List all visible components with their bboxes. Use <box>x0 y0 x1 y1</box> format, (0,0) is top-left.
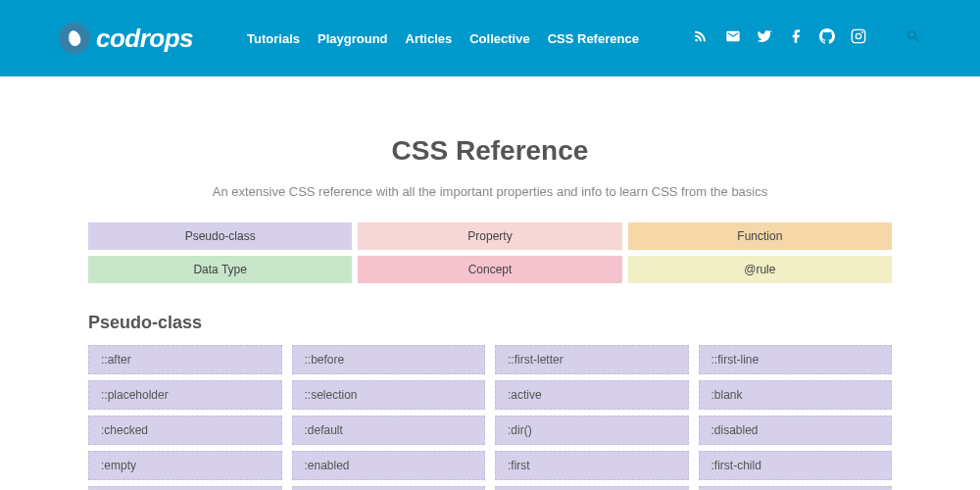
list-item[interactable]: :hover <box>699 486 893 490</box>
instagram-icon[interactable] <box>851 28 866 48</box>
header: codrops Tutorials Playground Articles Co… <box>0 0 980 76</box>
list-item[interactable]: :disabled <box>699 416 893 445</box>
page-title: CSS Reference <box>88 135 892 167</box>
nav-playground[interactable]: Playground <box>318 31 388 46</box>
category-concept[interactable]: Concept <box>358 256 621 283</box>
list-item[interactable]: :focus <box>292 486 486 490</box>
category-rule[interactable]: @rule <box>628 256 892 283</box>
logo[interactable]: codrops <box>59 23 193 54</box>
list-item[interactable]: :dir() <box>495 416 689 445</box>
section-title: Pseudo-class <box>88 313 892 333</box>
social-links <box>694 28 866 48</box>
email-icon[interactable] <box>725 28 741 48</box>
list-item[interactable]: ::after <box>88 345 282 374</box>
category-pseudo-class[interactable]: Pseudo-class <box>88 222 352 250</box>
nav-css-reference[interactable]: CSS Reference <box>548 31 639 46</box>
list-item[interactable]: :first <box>495 451 689 480</box>
main-content: CSS Reference An extensive CSS reference… <box>88 76 892 490</box>
list-item[interactable]: :enabled <box>292 451 486 480</box>
github-icon[interactable] <box>819 28 835 48</box>
list-item[interactable]: ::before <box>292 345 486 374</box>
svg-point-1 <box>856 33 860 38</box>
pseudo-class-grid: ::after ::before ::first-letter ::first-… <box>88 345 892 490</box>
list-item[interactable]: ::selection <box>292 380 486 410</box>
category-function[interactable]: Function <box>628 222 892 250</box>
page-subtitle: An extensive CSS reference with all the … <box>88 184 892 199</box>
nav-collective[interactable]: Collective <box>469 31 529 46</box>
list-item[interactable]: :first-of-type <box>88 486 282 490</box>
category-property[interactable]: Property <box>358 222 621 250</box>
facebook-icon[interactable] <box>788 28 804 48</box>
list-item[interactable]: :fullscreen <box>495 486 689 490</box>
category-data-type[interactable]: Data Type <box>88 256 352 283</box>
list-item[interactable]: ::first-line <box>699 345 893 374</box>
rss-icon[interactable] <box>694 28 710 48</box>
twitter-icon[interactable] <box>757 28 772 48</box>
nav-articles[interactable]: Articles <box>406 31 453 46</box>
nav-tutorials[interactable]: Tutorials <box>247 31 300 46</box>
list-item[interactable]: :default <box>292 416 486 445</box>
list-item[interactable]: ::placeholder <box>88 380 282 410</box>
main-nav: Tutorials Playground Articles Collective… <box>247 31 639 46</box>
logo-icon <box>59 23 90 54</box>
svg-point-2 <box>861 31 863 33</box>
list-item[interactable]: :first-child <box>699 451 893 480</box>
list-item[interactable]: ::first-letter <box>495 345 689 374</box>
logo-text: codrops <box>96 24 193 54</box>
search-icon[interactable] <box>906 28 921 48</box>
list-item[interactable]: :empty <box>88 451 282 480</box>
list-item[interactable]: :blank <box>699 380 893 410</box>
list-item[interactable]: :active <box>495 380 689 410</box>
list-item[interactable]: :checked <box>88 416 282 445</box>
category-grid: Pseudo-class Property Function Data Type… <box>88 222 892 283</box>
